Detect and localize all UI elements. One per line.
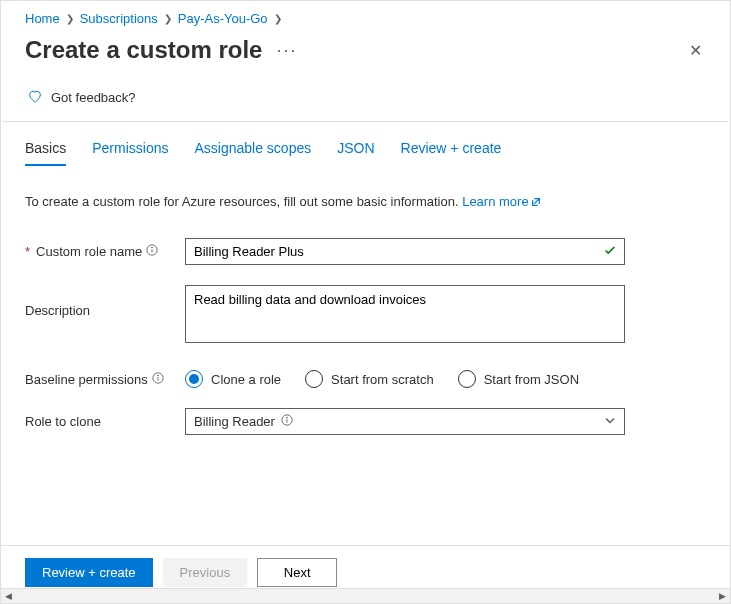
tabs: Basics Permissions Assignable scopes JSO… [1, 122, 730, 166]
svg-point-8 [287, 417, 288, 418]
horizontal-scrollbar[interactable]: ◀ ▶ [1, 588, 730, 603]
info-icon[interactable] [146, 244, 158, 259]
intro-text: To create a custom role for Azure resour… [1, 166, 730, 210]
baseline-label: Baseline permissions [25, 372, 148, 387]
tab-json[interactable]: JSON [337, 140, 374, 166]
next-button[interactable]: Next [257, 558, 337, 587]
feedback-label: Got feedback? [51, 90, 136, 105]
page-title: Create a custom role [25, 36, 262, 64]
description-input[interactable] [185, 285, 625, 343]
chevron-right-icon: ❯ [66, 13, 74, 24]
footer: Review + create Previous Next [1, 545, 730, 587]
radio-icon [305, 370, 323, 388]
feedback-link[interactable]: Got feedback? [3, 78, 728, 122]
role-name-label: Custom role name [36, 244, 142, 259]
svg-point-2 [152, 247, 153, 248]
tab-basics[interactable]: Basics [25, 140, 66, 166]
breadcrumb: Home ❯ Subscriptions ❯ Pay-As-You-Go ❯ [1, 1, 730, 30]
info-icon[interactable] [152, 372, 164, 387]
breadcrumb-subscriptions[interactable]: Subscriptions [80, 11, 158, 26]
breadcrumb-home[interactable]: Home [25, 11, 60, 26]
radio-from-json[interactable]: Start from JSON [458, 370, 579, 388]
role-to-clone-select[interactable]: Billing Reader [185, 408, 625, 435]
breadcrumb-payg[interactable]: Pay-As-You-Go [178, 11, 268, 26]
check-icon [603, 243, 617, 260]
review-create-button[interactable]: Review + create [25, 558, 153, 587]
radio-from-scratch[interactable]: Start from scratch [305, 370, 434, 388]
info-icon [281, 414, 293, 429]
role-name-input[interactable] [185, 238, 625, 265]
svg-point-5 [157, 375, 158, 376]
description-label: Description [25, 303, 90, 318]
role-to-clone-label: Role to clone [25, 414, 101, 429]
radio-icon [185, 370, 203, 388]
more-actions-icon[interactable]: ··· [276, 40, 297, 61]
heart-icon [27, 88, 43, 107]
radio-icon [458, 370, 476, 388]
tab-review-create[interactable]: Review + create [401, 140, 502, 166]
close-icon[interactable]: ✕ [685, 37, 706, 64]
previous-button: Previous [163, 558, 248, 587]
required-indicator: * [25, 244, 30, 259]
scroll-right-icon[interactable]: ▶ [717, 591, 728, 601]
learn-more-link[interactable]: Learn more [462, 194, 528, 209]
scroll-left-icon[interactable]: ◀ [3, 591, 14, 601]
chevron-down-icon [604, 414, 616, 429]
chevron-right-icon: ❯ [164, 13, 172, 24]
tab-permissions[interactable]: Permissions [92, 140, 168, 166]
chevron-right-icon: ❯ [274, 13, 282, 24]
tab-assignable-scopes[interactable]: Assignable scopes [194, 140, 311, 166]
radio-clone-role[interactable]: Clone a role [185, 370, 281, 388]
external-link-icon [531, 195, 541, 210]
